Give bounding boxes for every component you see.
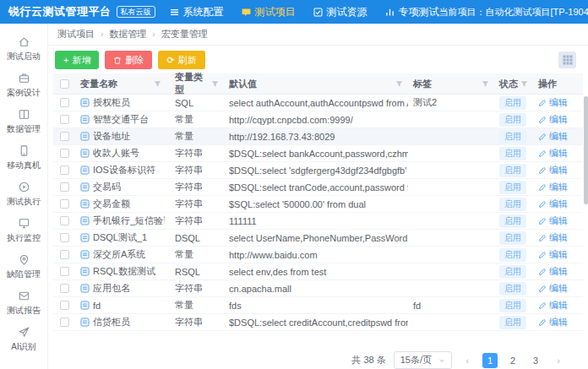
- nav-item-special-test[interactable]: 专项测试: [384, 5, 439, 19]
- variable-icon: [80, 199, 93, 209]
- edit-button-label: 编辑: [549, 299, 568, 312]
- edit-button[interactable]: 编辑: [538, 147, 568, 160]
- variable-name: 交易码: [93, 181, 121, 193]
- row-checkbox[interactable]: [60, 199, 69, 209]
- filter-icon[interactable]: [395, 80, 403, 88]
- row-checkbox[interactable]: [60, 267, 69, 276]
- variable-type: 字符串: [170, 164, 224, 176]
- table-row[interactable]: 信贷柜员 字符串 $DSQL:select creditAccount,cred…: [53, 314, 583, 331]
- edit-button[interactable]: 编辑: [538, 299, 568, 312]
- edit-pencil-icon: [538, 318, 547, 327]
- column-settings-button[interactable]: [558, 52, 576, 68]
- table-row[interactable]: 应用包名 字符串 cn.apacha.mall 启用 编辑: [53, 280, 583, 297]
- filter-icon[interactable]: [520, 80, 528, 88]
- column-header-action: 操作: [538, 78, 557, 90]
- breadcrumb-item-test-project[interactable]: 测试项目: [57, 28, 95, 41]
- nav-item-test-resource[interactable]: 测试资源: [313, 5, 368, 19]
- table-row[interactable]: RSQL数据测试 RSQL select env,des from test 启…: [53, 263, 583, 280]
- filter-icon[interactable]: [482, 80, 489, 88]
- table-row[interactable]: 收款人账号 字符串 $DSQL:select bankAccount,passw…: [53, 145, 583, 162]
- prev-page-button[interactable]: ‹: [460, 353, 475, 368]
- edit-pencil-icon: [538, 166, 547, 175]
- edit-pencil-icon: [538, 99, 547, 107]
- status-badge: 启用: [499, 113, 526, 127]
- edit-button[interactable]: 编辑: [538, 231, 568, 244]
- sidebar-item-data-management[interactable]: 数据管理: [0, 103, 47, 139]
- edit-button[interactable]: 编辑: [538, 113, 568, 126]
- table-row[interactable]: IOS设备标识符 字符串 $DSQL:select 'sdgfergerg43d…: [53, 162, 583, 179]
- sidebar-item-test-execution[interactable]: 测试执行: [0, 176, 47, 212]
- variable-name: RSQL数据测试: [93, 265, 155, 278]
- row-checkbox[interactable]: [60, 233, 69, 242]
- filter-icon[interactable]: [154, 80, 165, 88]
- sidebar-item-defect-management[interactable]: 缺陷管理: [0, 248, 47, 285]
- variable-name: DSQL测试_1: [93, 231, 147, 244]
- sidebar-item-case-design[interactable]: 案例设计: [0, 67, 47, 103]
- table-row[interactable]: DSQL测试_1 DSQL select UserName,PhoneNumbe…: [53, 230, 583, 247]
- table-row[interactable]: 深交所A系统 常量 http://www.baidu.com 启用 编辑: [53, 247, 583, 263]
- resource-check-icon: [313, 7, 324, 18]
- nav-item-system-config[interactable]: 系统配置: [169, 5, 224, 19]
- table-header-row: 变量名称 变量类型 默认值 标签 状态: [53, 73, 583, 95]
- row-checkbox[interactable]: [60, 301, 69, 310]
- home-icon: [18, 35, 30, 48]
- table-row[interactable]: 智慧交通平台 常量 http://cqypt.cnpcbd.com:9999/ …: [53, 111, 583, 128]
- vertical-scrollbar[interactable]: [584, 96, 588, 204]
- sidebar-item-test-launch[interactable]: 测试启动: [0, 30, 47, 67]
- edit-button[interactable]: 编辑: [538, 248, 568, 261]
- page-size-select[interactable]: 15条/页: [394, 351, 452, 369]
- variable-icon: [80, 98, 93, 107]
- default-value: fds: [224, 301, 408, 311]
- edit-button[interactable]: 编辑: [538, 164, 568, 176]
- row-checkbox[interactable]: [60, 317, 69, 327]
- filter-icon[interactable]: [211, 80, 219, 88]
- toolbar: + 新增 删除 ⟳ 刷新: [48, 46, 588, 73]
- breadcrumb-item-data-management[interactable]: 数据管理: [109, 28, 146, 41]
- edit-button[interactable]: 编辑: [538, 265, 568, 278]
- row-checkbox[interactable]: [60, 115, 69, 124]
- add-button[interactable]: + 新增: [55, 51, 99, 69]
- edit-button[interactable]: 编辑: [538, 214, 568, 227]
- table-row[interactable]: 授权柜员 SQL select authAccount,authAccountp…: [53, 95, 583, 111]
- page-button-2[interactable]: 2: [505, 353, 520, 368]
- refresh-button[interactable]: ⟳ 刷新: [158, 51, 204, 69]
- edit-button[interactable]: 编辑: [538, 316, 568, 328]
- sidebar-item-ai-recognition[interactable]: AI识别: [0, 321, 47, 357]
- next-page-button[interactable]: ›: [551, 353, 566, 368]
- page-button-3[interactable]: 3: [528, 353, 543, 368]
- table-row[interactable]: 手机银行_短信验证码 字符串 111111 启用 编辑: [53, 213, 583, 230]
- project-bubble-icon: [241, 7, 252, 18]
- edit-button[interactable]: 编辑: [538, 130, 568, 143]
- table-row[interactable]: 交易金额 字符串 $SQL:select '50000.00' from dua…: [53, 196, 583, 213]
- table-row[interactable]: 交易码 字符串 $DSQL:select tranCode,account,pa…: [53, 179, 583, 196]
- row-checkbox[interactable]: [60, 284, 69, 293]
- row-checkbox[interactable]: [60, 149, 69, 158]
- page-size-value: 15条/页: [400, 354, 432, 366]
- refresh-icon: ⟳: [166, 56, 174, 65]
- row-checkbox[interactable]: [60, 132, 69, 141]
- bar-chart-icon: [384, 7, 395, 18]
- edit-button[interactable]: 编辑: [538, 282, 568, 295]
- row-checkbox[interactable]: [60, 250, 69, 259]
- sidebar-item-execution-monitor[interactable]: 执行监控: [0, 212, 47, 248]
- row-checkbox[interactable]: [60, 216, 69, 225]
- default-value: $SQL:select '50000.00' from dual: [224, 199, 408, 209]
- edit-button[interactable]: 编辑: [538, 181, 568, 193]
- column-header-default-value: 默认值: [229, 78, 257, 90]
- breadcrumb-separator: ›: [101, 30, 103, 39]
- edit-button[interactable]: 编辑: [538, 198, 568, 210]
- sidebar-item-mobile-device[interactable]: 移动真机: [0, 139, 47, 176]
- page-button-1[interactable]: 1: [482, 353, 498, 368]
- variable-type: 字符串: [170, 181, 224, 193]
- select-all-checkbox[interactable]: [60, 79, 69, 89]
- row-checkbox[interactable]: [60, 166, 69, 175]
- delete-button[interactable]: 删除: [105, 51, 152, 69]
- edit-button[interactable]: 编辑: [538, 96, 568, 109]
- row-checkbox[interactable]: [60, 182, 69, 192]
- row-checkbox[interactable]: [60, 98, 69, 107]
- table-row[interactable]: fd 常量 fds fd 启用 编辑: [53, 297, 583, 314]
- variable-name: 深交所A系统: [93, 248, 145, 261]
- sidebar-item-test-report[interactable]: 测试报告: [0, 285, 47, 321]
- table-row[interactable]: 设备地址 常量 http://192.168.73.43:8029 启用 编辑: [53, 128, 583, 145]
- nav-item-test-project[interactable]: 测试项目: [241, 5, 296, 19]
